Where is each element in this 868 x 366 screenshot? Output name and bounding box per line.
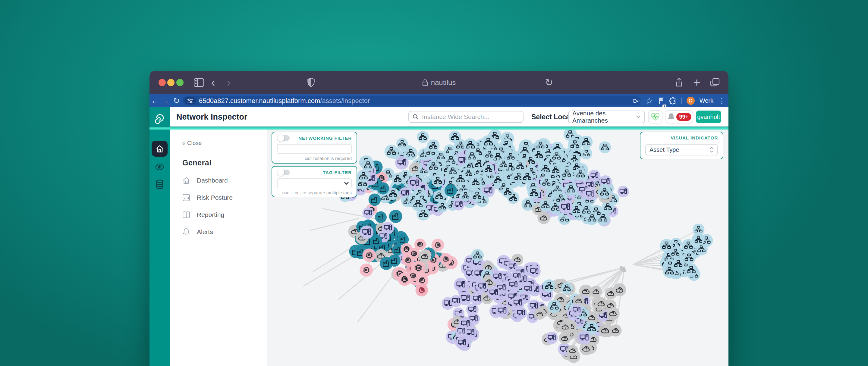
- search-input[interactable]: [421, 113, 519, 121]
- safari-address-title[interactable]: nautilus: [422, 71, 456, 94]
- graph-node-cloud[interactable]: [567, 345, 578, 356]
- graph-node-factory[interactable]: [444, 185, 457, 197]
- graph-node-lan[interactable]: [580, 136, 592, 148]
- graph-node-chip[interactable]: [415, 284, 428, 296]
- graph-node-lan[interactable]: [692, 234, 704, 246]
- graph-node-cloud[interactable]: [537, 211, 550, 224]
- graph-node-workstation[interactable]: [476, 280, 488, 292]
- graph-node-workstation[interactable]: [522, 283, 534, 295]
- graph-node-workstation[interactable]: [495, 304, 509, 318]
- graph-node-lan[interactable]: [580, 204, 593, 217]
- extensions-puzzle-icon[interactable]: [670, 94, 677, 107]
- chrome-reload-icon[interactable]: ↻: [171, 94, 182, 107]
- graph-node-lan[interactable]: [561, 282, 573, 294]
- graph-node-lan[interactable]: [498, 159, 509, 170]
- cidr-filter-input[interactable]: [277, 144, 352, 154]
- network-graph[interactable]: [267, 130, 728, 366]
- close-window-button[interactable]: [158, 79, 166, 86]
- bookmark-star-icon[interactable]: ☆: [646, 94, 653, 107]
- graph-node-chip[interactable]: [360, 264, 373, 277]
- extension-flag-icon[interactable]: 8: [658, 94, 664, 107]
- reload-icon[interactable]: ↻: [544, 71, 555, 94]
- forward-icon[interactable]: ›: [224, 71, 233, 94]
- graph-node-workstation[interactable]: [584, 188, 597, 201]
- graph-node-workstation[interactable]: [456, 325, 467, 337]
- rail-item-observe[interactable]: [150, 163, 170, 170]
- instance-search[interactable]: [408, 111, 524, 123]
- graph-node-workstation[interactable]: [577, 331, 591, 345]
- graph-node-chip[interactable]: [398, 273, 411, 286]
- share-icon[interactable]: [673, 71, 685, 94]
- graph-node-lan[interactable]: [411, 197, 425, 211]
- graph-node-cloud[interactable]: [534, 308, 546, 320]
- nautilus-logo[interactable]: [150, 107, 170, 127]
- graph-node-workstation[interactable]: [450, 295, 462, 307]
- tab-overview-icon[interactable]: [709, 71, 721, 94]
- graph-node-chip[interactable]: [440, 253, 452, 265]
- graph-node-cloud[interactable]: [559, 321, 571, 333]
- password-manager-icon[interactable]: [632, 94, 641, 107]
- graph-node-lan[interactable]: [449, 131, 461, 143]
- graph-node-lan[interactable]: [568, 138, 582, 151]
- graph-node-chip[interactable]: [362, 248, 376, 262]
- graph-node-lan[interactable]: [502, 186, 514, 198]
- tag-filter-select[interactable]: [277, 178, 352, 188]
- graph-node-cloud[interactable]: [595, 297, 608, 310]
- graph-node-workstation[interactable]: [408, 176, 421, 190]
- graph-node-workstation[interactable]: [618, 186, 629, 197]
- nav-item-reporting[interactable]: Reporting: [182, 211, 267, 219]
- graph-node-lan[interactable]: [550, 150, 563, 163]
- graph-node-chip[interactable]: [412, 261, 426, 275]
- new-tab-icon[interactable]: +: [691, 71, 703, 94]
- graph-node-lan[interactable]: [669, 246, 681, 259]
- privacy-shield-icon[interactable]: [306, 71, 316, 94]
- graph-node-lan[interactable]: [540, 176, 553, 189]
- graph-node-lan[interactable]: [534, 139, 547, 152]
- graph-node-lan[interactable]: [357, 170, 370, 183]
- minimize-window-button[interactable]: [167, 79, 175, 86]
- profile-avatar[interactable]: G: [687, 97, 695, 105]
- graph-node-lan[interactable]: [417, 131, 429, 143]
- graph-node-cloud[interactable]: [613, 283, 626, 296]
- sidebar-close-link[interactable]: « Close: [182, 140, 202, 146]
- graph-node-lan[interactable]: [433, 190, 445, 202]
- graph-node-lan[interactable]: [514, 160, 526, 172]
- graph-node-factory[interactable]: [370, 235, 382, 247]
- graph-node-workstation[interactable]: [491, 270, 504, 283]
- graph-node-lan[interactable]: [483, 163, 494, 175]
- graph-node-lan[interactable]: [432, 174, 444, 187]
- graph-node-lan[interactable]: [539, 199, 552, 211]
- address-bar[interactable]: 65d0a827.customer.nautilusplatform.com/a…: [183, 96, 641, 105]
- graph-node-lan[interactable]: [521, 170, 533, 183]
- graph-node-lan[interactable]: [384, 144, 398, 159]
- graph-node-lan[interactable]: [564, 183, 578, 196]
- graph-node-cloud[interactable]: [607, 307, 619, 320]
- graph-node-lan[interactable]: [543, 279, 556, 292]
- graph-node-lan[interactable]: [470, 176, 481, 188]
- graph-node-lan[interactable]: [362, 159, 374, 172]
- chrome-forward-icon[interactable]: →: [160, 94, 171, 107]
- graph-node-cloud[interactable]: [418, 250, 431, 263]
- nav-item-dashboard[interactable]: Dashboard: [182, 176, 267, 185]
- graph-node-lan[interactable]: [396, 138, 408, 149]
- nav-item-alerts[interactable]: Alerts: [182, 228, 267, 236]
- graph-node-lan[interactable]: [471, 249, 484, 262]
- graph-node-lan[interactable]: [527, 187, 540, 199]
- site-settings-icon[interactable]: [184, 97, 196, 104]
- location-select[interactable]: Avenue des Amaranches: [568, 110, 645, 123]
- chrome-back-icon[interactable]: ←: [150, 94, 160, 107]
- graph-node-cloud[interactable]: [590, 286, 602, 297]
- sidebar-toggle-icon[interactable]: [192, 71, 206, 94]
- graph-node-workstation[interactable]: [528, 265, 540, 278]
- graph-node-lan[interactable]: [464, 138, 477, 152]
- graph-node-lan[interactable]: [436, 201, 448, 212]
- visual-indicator-select[interactable]: Asset Type: [645, 144, 718, 156]
- graph-node-factory[interactable]: [389, 210, 402, 223]
- graph-node-workstation[interactable]: [456, 336, 468, 350]
- networking-filter-toggle[interactable]: [277, 135, 290, 141]
- back-icon[interactable]: ‹: [209, 71, 218, 94]
- tag-filter-toggle[interactable]: [277, 170, 290, 175]
- graph-node-factory[interactable]: [375, 211, 387, 223]
- health-pulse-button[interactable]: [648, 110, 662, 124]
- graph-node-workstation[interactable]: [511, 296, 524, 309]
